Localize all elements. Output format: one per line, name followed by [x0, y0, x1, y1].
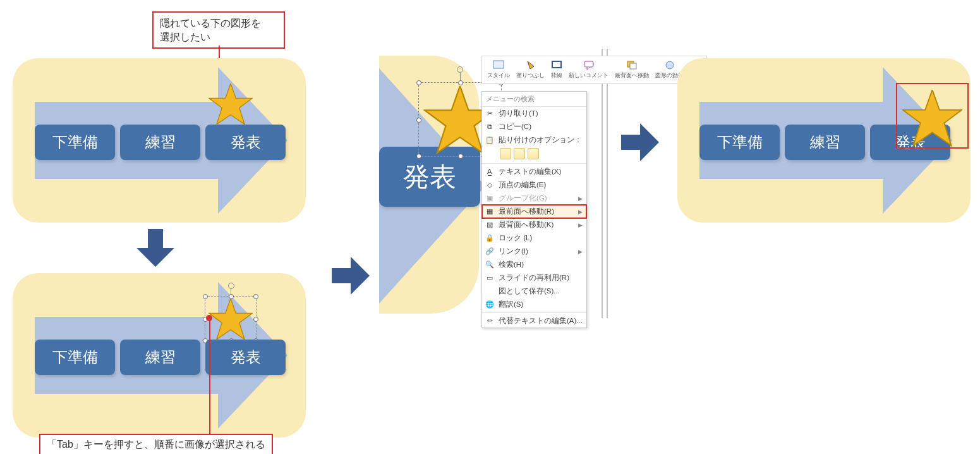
callout-tab-key: 「Tab」キーを押すと、順番に画像が選択される: [39, 434, 273, 454]
ctx-alt-text-label: 代替テキストの編集(A)...: [499, 316, 583, 326]
ctx-search-input[interactable]: メニューの検索: [482, 92, 586, 107]
lock-icon: 🔒: [485, 234, 495, 243]
rotate-handle-icon[interactable]: [228, 283, 234, 289]
ctx-link-label: リンク(I): [499, 247, 528, 256]
box-practice-2[interactable]: 練習: [120, 340, 200, 375]
flow-arrow-right-1: [330, 257, 372, 295]
paste-option-3-icon[interactable]: [528, 148, 539, 159]
box-practice-1[interactable]: 練習: [120, 125, 200, 160]
ctx-lock-label: ロック (L): [499, 233, 532, 243]
copy-icon: ⧉: [485, 123, 495, 132]
callout-dot-bottom: [206, 315, 212, 321]
mini-fill-button[interactable]: 塗りつぶし: [514, 59, 547, 81]
send-back-icon: ▧: [485, 221, 495, 230]
ctx-cut[interactable]: ✂ 切り取り(T): [482, 107, 586, 120]
ctx-paste-label: 貼り付けのオプション：: [499, 135, 582, 145]
ctx-reuse-label: スライドの再利用(R): [499, 273, 569, 283]
ctx-send-back[interactable]: ▧ 最背面へ移動(K) ▶: [482, 218, 586, 231]
callout-hidden-shape: 隠れている下の図形を 選択したい: [152, 11, 285, 49]
ctx-send-back-label: 最背面へ移動(K): [499, 220, 554, 230]
rotate-handle-3-icon[interactable]: [457, 66, 463, 73]
mini-style-label: スタイル: [487, 71, 510, 80]
callout-pointer-bottom: [209, 318, 210, 434]
box-present-1[interactable]: 発表: [205, 125, 286, 160]
paste-option-1-icon[interactable]: [500, 148, 511, 159]
box-prep-1[interactable]: 下準備: [35, 125, 115, 160]
box-present-2[interactable]: 発表: [205, 340, 286, 375]
mini-comment-label: 新しいコメント: [569, 71, 608, 80]
svg-marker-15: [621, 123, 659, 161]
svg-marker-2: [136, 229, 174, 267]
svg-rect-12: [630, 63, 636, 69]
callout-line2: 選択したい: [160, 30, 277, 44]
ctx-group: ▣ グループ化(G) ▶: [482, 192, 586, 205]
ctx-copy-label: コピー(C): [499, 122, 531, 132]
paste-options-row: [482, 147, 586, 162]
bring-front-icon: ▦: [485, 207, 495, 216]
context-menu: メニューの検索 ✂ 切り取り(T) ⧉ コピー(C) 📋 貼り付けのオプション：…: [481, 91, 587, 328]
mini-toolbar: スタイル 塗りつぶし 枠線 新しいコメント 最背面へ移動 図形の効果 回転: [481, 56, 707, 84]
slide-edge-line-1: [602, 49, 603, 318]
svg-marker-5: [332, 257, 370, 295]
mini-outline-label: 枠線: [551, 71, 562, 80]
cut-icon: ✂: [485, 109, 495, 118]
ctx-search-label: 検索(H): [499, 260, 524, 269]
red-highlight-result: [896, 83, 969, 149]
chevron-right-icon: ▶: [578, 248, 583, 255]
box-prep-4[interactable]: 下準備: [699, 125, 780, 160]
ctx-edit-points-label: 頂点の編集(E): [499, 180, 546, 190]
ctx-bring-front[interactable]: ▦ 最前面へ移動(R) ▶: [482, 205, 586, 218]
selection-frame-2[interactable]: [205, 296, 257, 341]
alt-text-icon: ✏: [485, 317, 495, 326]
chevron-right-icon: ▶: [578, 222, 583, 228]
translate-icon: 🌐: [485, 300, 495, 309]
group-icon: ▣: [485, 194, 495, 203]
mini-sendback-button[interactable]: 最背面へ移動: [612, 59, 651, 81]
mini-fill-label: 塗りつぶし: [516, 71, 545, 80]
callout-line1: 隠れている下の図形を: [160, 16, 277, 30]
mini-outline-button[interactable]: 枠線: [548, 59, 565, 81]
chevron-right-icon: ▶: [578, 209, 583, 215]
ctx-alt-text[interactable]: ✏ 代替テキストの編集(A)...: [482, 314, 586, 328]
ctx-copy[interactable]: ⧉ コピー(C): [482, 120, 586, 133]
ctx-savepic-label: 図として保存(S)...: [499, 286, 560, 296]
chevron-right-icon: ▶: [578, 195, 583, 202]
callout-tab-text: 「Tab」キーを押すと、順番に画像が選択される: [47, 439, 265, 450]
ctx-link[interactable]: 🔗 リンク(I) ▶: [482, 245, 586, 258]
star-1: [209, 83, 253, 125]
ctx-search-web[interactable]: 🔍 検索(H): [482, 258, 586, 271]
ctx-cut-label: 切り取り(T): [499, 109, 538, 118]
flow-arrow-right-2: [619, 123, 661, 161]
ctx-edit-text[interactable]: A̲ テキストの編集(X): [482, 165, 586, 178]
ctx-group-label: グループ化(G): [499, 193, 547, 203]
paste-option-2-icon[interactable]: [514, 148, 525, 159]
ctx-reuse-slide[interactable]: ▭ スライドの再利用(R): [482, 271, 586, 285]
box-prep-2[interactable]: 下準備: [35, 340, 115, 375]
link-icon: 🔗: [485, 247, 495, 256]
svg-rect-8: [493, 61, 504, 68]
slide-edge-line-2: [607, 49, 608, 318]
edit-points-icon: ◇: [485, 181, 495, 190]
ctx-edit-text-label: テキストの編集(X): [499, 167, 561, 176]
paste-icon: 📋: [485, 136, 495, 145]
ctx-bring-front-label: 最前面へ移動(R): [499, 207, 554, 216]
svg-rect-10: [584, 61, 593, 67]
ctx-translate-label: 翻訳(S): [499, 300, 523, 309]
mini-comment-button[interactable]: 新しいコメント: [566, 59, 611, 81]
ctx-save-as-pic[interactable]: 図として保存(S)...: [482, 285, 586, 298]
box-practice-4[interactable]: 練習: [785, 125, 865, 160]
mini-sendback-label: 最背面へ移動: [615, 71, 649, 80]
svg-point-13: [666, 61, 674, 69]
svg-rect-9: [552, 61, 561, 68]
mini-style-button[interactable]: スタイル: [485, 59, 512, 81]
ctx-edit-points[interactable]: ◇ 頂点の編集(E): [482, 178, 586, 192]
ctx-paste-options: 📋 貼り付けのオプション：: [482, 133, 586, 147]
ctx-lock[interactable]: 🔒 ロック (L): [482, 231, 586, 245]
search-icon: 🔍: [485, 261, 495, 269]
reuse-slide-icon: ▭: [485, 274, 495, 283]
edit-text-icon: A̲: [485, 168, 495, 176]
svg-marker-1: [209, 83, 253, 125]
ctx-translate[interactable]: 🌐 翻訳(S): [482, 298, 586, 311]
flow-arrow-down: [136, 229, 174, 267]
